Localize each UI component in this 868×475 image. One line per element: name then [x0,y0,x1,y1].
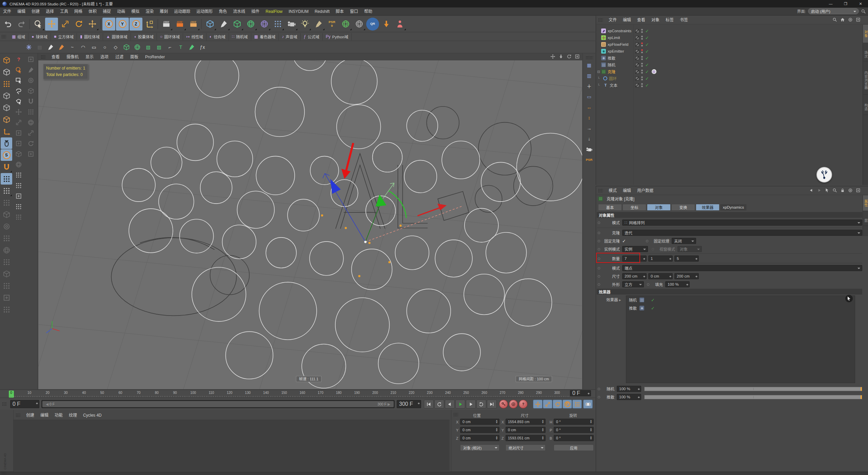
record-pla-toggle[interactable] [572,400,582,408]
model-mode-button[interactable] [1,54,12,66]
formula-field-button[interactable]: ƒ公式域 [301,33,323,40]
material-list-area[interactable] [14,420,450,471]
sweep-icon[interactable]: ▨ [154,42,164,52]
menu-item[interactable]: 书签 [677,16,691,24]
menu-item[interactable]: 模式 [606,187,620,195]
zoom-view-icon[interactable] [558,54,564,60]
matrix-dots-icon-1[interactable] [14,170,24,180]
loop-button[interactable] [476,400,486,408]
pan-view-icon[interactable] [550,54,555,60]
menu-item[interactable]: Redshift [312,7,333,16]
select-tool-icon-3[interactable] [14,128,24,138]
apply-button[interactable]: 应用 [554,444,594,451]
coords-grip[interactable] [453,413,458,417]
previous-frame-button[interactable] [445,400,455,408]
modeling-cmd-icon-1[interactable] [26,54,36,64]
anim-dot[interactable] [597,240,600,243]
play-backwards-button[interactable] [434,400,444,408]
count-z-field[interactable]: 5 [674,255,699,262]
count-x-field[interactable]: 7 [622,255,647,262]
select-tool-icon-2[interactable] [14,117,24,128]
fx-script-icon[interactable]: ƒx [197,42,208,52]
menu-item[interactable]: 显示 [82,53,97,61]
menu-item[interactable]: 创建 [28,7,43,16]
anim-dot[interactable] [647,283,650,286]
object-row-随机[interactable]: 随机✓ [596,61,863,68]
am-track-icon[interactable] [848,188,853,194]
menu-item[interactable]: 纹理 [66,411,80,419]
help-tool-icon[interactable] [14,54,24,64]
size-z-field[interactable]: 200 cm [674,273,699,279]
menu-item[interactable]: 角色 [216,7,230,16]
modeling-cmd-icon-6[interactable] [26,107,36,117]
am-tab-坐标[interactable]: 坐标 [623,204,646,211]
rotate-tool-button[interactable] [72,18,85,31]
torus-field-button[interactable]: ○圆环体域 [157,33,183,40]
menu-item[interactable]: 用户数据 [634,187,656,195]
record-keyframe-button[interactable] [499,400,508,408]
size-mode-dropdown[interactable]: 绝对尺寸 [506,444,546,451]
am-forward-icon[interactable] [817,188,822,194]
palette-grid2-icon[interactable]: ▥ [585,71,594,80]
side-tab-对象[interactable]: 对象 [863,25,868,43]
menu-item[interactable]: ProRender [142,53,168,61]
side-tab-场次[interactable]: 场次 [863,48,868,61]
menu-item[interactable]: 雕刻 [157,7,171,16]
side-tab-层[interactable]: 层 [863,216,868,226]
layer-swatch[interactable] [635,56,639,60]
om-home-icon[interactable] [840,17,845,23]
menu-item[interactable]: 创建 [23,411,37,419]
menu-item[interactable]: 编辑 [14,7,28,16]
layer-swatch[interactable] [635,43,639,46]
workplane-mode-button[interactable] [1,78,12,90]
effector-row-随机[interactable]: 随机✓ [626,296,855,304]
material-grip[interactable] [16,413,20,417]
modeling-cmd-icon-2[interactable] [26,65,36,75]
menu-item[interactable]: 体积 [85,7,100,16]
enabled-check[interactable]: ✓ [645,83,649,88]
visibility-dots[interactable] [641,83,643,87]
dock-tool-icon-9[interactable] [1,292,12,303]
render-view-button[interactable] [160,18,173,31]
rotation-p-field[interactable]: 0 °▲▼ [554,427,594,433]
next-frame-button[interactable] [466,400,476,408]
array-modeling-icon[interactable]: ▤ [35,42,45,52]
surface-pen-icon[interactable] [186,42,197,52]
lock-y-axis-button[interactable]: Y [116,18,129,31]
am-tab-效果器[interactable]: 效果器 [696,204,719,211]
psr-zero-button[interactable]: PSR 0 [326,18,338,31]
edges-mode-button[interactable] [1,102,12,113]
spline-sketch-icon[interactable] [56,42,66,52]
menu-item[interactable]: 动画 [114,7,128,16]
palette-remove-icon[interactable]: ▭ [585,92,594,101]
rectangle-selection-icon[interactable] [14,75,24,86]
anim-dot[interactable] [597,231,600,234]
menu-item[interactable]: 摄像机 [63,53,82,61]
anim-dot[interactable] [646,240,649,243]
size-z-field[interactable]: 1593.051 cm▲▼ [506,435,546,441]
render-settings-button[interactable] [187,18,200,31]
cloner-tag-icon[interactable] [652,69,656,74]
fix-texture-dropdown[interactable]: 关闭 [672,238,696,244]
dock-tool-icon-10[interactable] [1,304,12,315]
menu-item[interactable]: 过滤 [112,53,127,61]
instance-mode-dropdown[interactable]: 实例 [622,246,648,252]
palette-add-icon[interactable]: ＋ [585,81,594,91]
modeling-cmd-icon-3[interactable] [26,75,36,86]
rectangle-spline-icon[interactable]: ▭ [89,42,99,52]
menu-item[interactable]: 模拟 [128,7,142,16]
fix-clone-checkbox[interactable]: ✓ [622,239,626,244]
menu-item[interactable]: 捕捉 [100,7,114,16]
dock-tool-icon-4[interactable] [1,232,12,244]
xpresso-editor-icon[interactable] [24,42,34,52]
minimize-button[interactable]: — [823,0,838,7]
modeling-cmd-icon-4[interactable] [26,86,36,96]
matrix-dots-icon-3[interactable] [14,202,24,212]
qr-button[interactable]: QR [366,18,379,31]
search-icon[interactable] [861,9,866,14]
floor-array-button[interactable] [271,18,284,31]
anim-dot[interactable] [597,283,600,286]
menu-item[interactable]: 流水线 [230,7,248,16]
snap-button[interactable] [1,161,12,173]
viewport-canvas[interactable]: Number of emitters: 1 Total live particl… [38,60,582,389]
